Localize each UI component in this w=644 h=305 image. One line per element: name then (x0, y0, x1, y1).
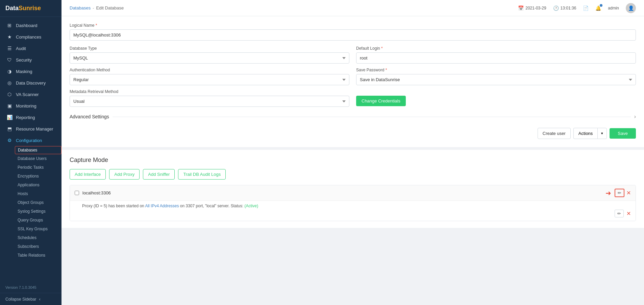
database-type-label: Database Type (70, 46, 349, 51)
sidebar-item-reporting[interactable]: 📊 Reporting (0, 112, 61, 123)
actions-dropdown-button[interactable]: ▾ (597, 128, 607, 139)
sidebar-item-monitoring[interactable]: ▣ Monitoring (0, 100, 61, 112)
save-button[interactable]: Save (610, 128, 636, 139)
proxy-edit-button[interactable]: ✏ (615, 210, 624, 217)
username-label: admin (608, 6, 619, 10)
proxy-delete-button[interactable]: ✕ (626, 210, 631, 217)
sub-item-databases[interactable]: Databases (15, 146, 61, 154)
actions-button-group: Actions ▾ (573, 128, 607, 139)
sub-item-hosts[interactable]: Hosts (15, 189, 61, 198)
avatar[interactable]: 👤 (626, 3, 636, 13)
sidebar: DataSunrise ⊞ Dashboard ★ Compliances ☰ … (0, 0, 61, 305)
add-proxy-button[interactable]: Add Proxy (109, 169, 140, 180)
sub-item-object-groups[interactable]: Object Groups (15, 198, 61, 207)
masking-icon: ◑ (6, 69, 13, 74)
sub-item-ssl-key-groups[interactable]: SSL Key Groups (15, 225, 61, 233)
chevron-left-icon: ‹ (39, 297, 40, 302)
edit-database-card: Logical Name * Database Type MySQL Defau… (61, 16, 644, 147)
header: Databases - Edit Database 📅 2021-03-29 🕐… (61, 0, 644, 16)
clock-icon: 🕐 (553, 5, 559, 11)
sidebar-item-label: Masking (16, 69, 32, 74)
document-icon[interactable]: 📄 (583, 5, 589, 11)
interface-row-top: localhost:3306 ➜ ✏ ✕ (70, 185, 636, 201)
change-credentials-button[interactable]: Change Credentials (356, 96, 406, 106)
sidebar-item-security[interactable]: 🛡 Security (0, 54, 61, 66)
sidebar-nav: ⊞ Dashboard ★ Compliances ☰ Audit 🛡 Secu… (0, 17, 61, 282)
sub-item-periodic-tasks[interactable]: Periodic Tasks (15, 163, 61, 172)
logo: DataSunrise (0, 0, 61, 17)
sidebar-item-label: Configuration (16, 138, 42, 143)
resource-manager-icon: ⬒ (6, 126, 13, 132)
action-bar: Create user Actions ▾ Save (70, 125, 636, 140)
security-icon: 🛡 (6, 57, 13, 63)
default-login-label: Default Login * (356, 46, 636, 51)
trail-db-button[interactable]: Trail DB Audit Logs (178, 169, 226, 180)
breadcrumb-separator: - (93, 5, 94, 10)
capture-buttons-row: Add Interface Add Proxy Add Sniffer Trai… (70, 169, 636, 180)
database-type-select[interactable]: MySQL (70, 52, 349, 64)
advanced-settings-section: Advanced Settings › (70, 114, 636, 120)
change-credentials-group: Change Credentials (356, 96, 636, 107)
interface-name-label: localhost:3306 (82, 190, 605, 195)
sidebar-item-label: VA Scanner (16, 92, 39, 97)
sidebar-item-audit[interactable]: ☰ Audit (0, 43, 61, 54)
time-value: 13:01:36 (561, 6, 576, 10)
sub-item-syslog-settings[interactable]: Syslog Settings (15, 207, 61, 216)
sidebar-item-data-discovery[interactable]: ◎ Data Discovery (0, 77, 61, 89)
metadata-select[interactable]: Usual (70, 96, 349, 107)
sidebar-item-dashboard[interactable]: ⊞ Dashboard (0, 20, 61, 31)
add-interface-button[interactable]: Add Interface (70, 169, 106, 180)
advanced-settings-toggle[interactable]: › (634, 114, 636, 120)
monitoring-icon: ▣ (6, 103, 13, 109)
metadata-credentials-row: Metadata Retrieval Method Usual Change C… (70, 89, 636, 107)
logical-name-label: Logical Name * (70, 23, 636, 28)
va-scanner-icon: ⬡ (6, 92, 13, 97)
breadcrumb-databases-link[interactable]: Databases (70, 5, 91, 10)
sidebar-item-configuration[interactable]: ⚙ Configuration (0, 135, 61, 146)
default-login-group: Default Login * (356, 46, 636, 64)
sidebar-item-resource-manager[interactable]: ⬒ Resource Manager (0, 123, 61, 135)
sub-item-subscribers[interactable]: Subscribers (15, 242, 61, 251)
db-type-login-row: Database Type MySQL Default Login * (70, 46, 636, 64)
dashboard-icon: ⊞ (6, 23, 13, 28)
red-arrow-indicator: ➜ (605, 189, 611, 197)
save-password-select[interactable]: Save in DataSunrise (356, 74, 636, 85)
content-area: Logical Name * Database Type MySQL Defau… (61, 16, 644, 305)
interface-delete-button[interactable]: ✕ (626, 190, 631, 196)
version-label: Version 7.1.0.3045 (0, 282, 61, 293)
sub-item-applications[interactable]: Applications (15, 181, 61, 189)
bell-icon[interactable]: 🔔 (595, 5, 601, 11)
default-login-input[interactable] (356, 52, 636, 64)
logical-name-input[interactable] (70, 29, 636, 41)
sidebar-item-label: Resource Manager (16, 126, 53, 132)
sub-item-query-groups[interactable]: Query Groups (15, 216, 61, 225)
auth-method-select[interactable]: Regular (70, 74, 349, 85)
interface-edit-button[interactable]: ✏ (615, 189, 624, 197)
sub-item-encryptions[interactable]: Encryptions (15, 172, 61, 181)
calendar-icon: 📅 (518, 5, 524, 11)
sidebar-item-label: Security (16, 57, 32, 63)
metadata-group: Metadata Retrieval Method Usual (70, 89, 349, 107)
sidebar-item-va-scanner[interactable]: ⬡ VA Scanner (0, 89, 61, 100)
sidebar-item-label: Data Discovery (16, 80, 46, 86)
sidebar-item-label: Compliances (16, 34, 41, 40)
date-display: 📅 2021-03-29 (518, 5, 546, 11)
create-user-button[interactable]: Create user (538, 128, 571, 139)
actions-button[interactable]: Actions (573, 128, 598, 139)
proxy-status: (Active) (244, 204, 258, 208)
add-sniffer-button[interactable]: Add Sniffer (143, 169, 175, 180)
sub-item-table-relations[interactable]: Table Relations (15, 251, 61, 260)
sub-item-schedules[interactable]: Schedules (15, 233, 61, 242)
sidebar-item-masking[interactable]: ◑ Masking (0, 66, 61, 77)
sidebar-item-compliances[interactable]: ★ Compliances (0, 31, 61, 43)
breadcrumb-current: Edit Database (96, 5, 124, 10)
advanced-settings-label: Advanced Settings (70, 114, 109, 119)
interface-checkbox[interactable] (75, 191, 79, 195)
audit-icon: ☰ (6, 46, 13, 51)
auth-method-label: Authentication Method (70, 68, 349, 72)
compliances-icon: ★ (6, 34, 13, 40)
collapse-sidebar-button[interactable]: Collapse Sidebar ‹ (0, 293, 61, 305)
save-password-group: Save Password * Save in DataSunrise (356, 68, 636, 85)
sub-item-database-users[interactable]: Database Users (15, 154, 61, 163)
header-right: 📅 2021-03-29 🕐 13:01:36 📄 🔔 admin 👤 (518, 3, 636, 13)
